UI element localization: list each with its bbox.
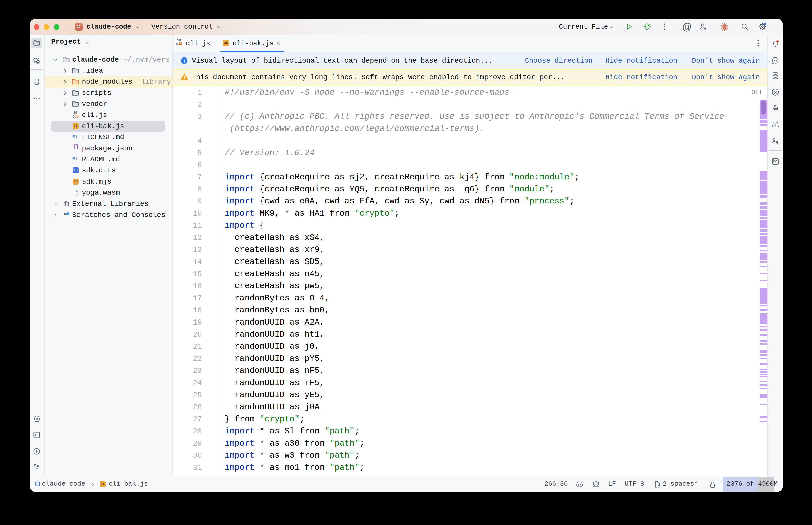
svg-text:?: ?	[37, 61, 39, 63]
